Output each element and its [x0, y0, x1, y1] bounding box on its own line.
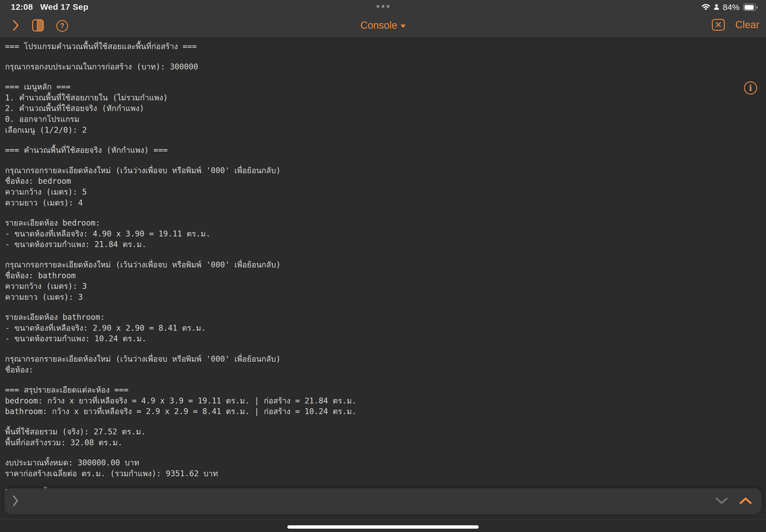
console-line	[5, 303, 741, 312]
clear-button[interactable]: Clear	[735, 19, 759, 31]
split-view-icon	[32, 19, 44, 33]
split-view-button[interactable]	[32, 19, 44, 33]
console-line	[5, 375, 741, 385]
close-icon: ✕	[715, 20, 722, 29]
console-line: 2. คำนวณพื้นที่ใช้สอยจริง (หักกำแพง)	[5, 103, 741, 114]
console-line: - ขนาดห้องรวมกำแพง: 21.84 ตร.ม.	[5, 239, 741, 250]
console-line	[5, 344, 741, 354]
console-input[interactable]	[19, 488, 715, 514]
console-line: ชื่อห้อง: bathroom	[5, 270, 741, 281]
console-line: 1. คำนวณพื้นที่ใช้สอยภายใน (ไม่รวมกำแพง)	[5, 93, 741, 103]
help-icon: ?	[56, 20, 68, 32]
battery-icon	[743, 4, 758, 11]
console-line	[5, 136, 741, 145]
console-line: กรุณากรอกรายละเอียดห้องใหม่ (เว้นว่างเพื…	[5, 260, 741, 270]
console-line: bathroom: กว้าง x ยาวที่เหลือจริง = 2.9 …	[5, 406, 741, 417]
status-bar-left: 12:08 Wed 17 Sep	[11, 2, 88, 12]
divider	[0, 519, 766, 520]
console-line: กรุณากรอกรายละเอียดห้องใหม่ (เว้นว่างเพื…	[5, 354, 741, 365]
page-title: Console	[360, 20, 397, 31]
help-button[interactable]: ?	[56, 20, 68, 32]
console-line: งบประมาณทั้งหมด: 300000.00 บาท	[5, 458, 741, 468]
console-line: รายละเอียดห้อง bedroom:	[5, 218, 741, 229]
date: Wed 17 Sep	[40, 2, 88, 12]
chevron-right-icon	[12, 19, 20, 33]
console-line: กรุณากรอกงบประมาณในการก่อสร้าง (บาท): 30…	[5, 62, 741, 72]
console-line: ความกว้าง (เมตร): 5	[5, 187, 741, 198]
console-line	[5, 52, 741, 62]
console-line	[5, 250, 741, 260]
chevron-up-icon	[739, 497, 752, 506]
toolbar-right: ✕ Clear	[712, 19, 759, 31]
console-line: === คำนวณพื้นที่ใช้สอยจริง (หักกำแพง) ==…	[5, 145, 741, 156]
status-bar-right: 84%	[702, 2, 758, 13]
console-line: ชื่อห้อง: bedroom	[5, 176, 741, 187]
info-button[interactable]: i	[744, 81, 757, 95]
console-line	[5, 208, 741, 218]
console-line: พื้นที่ก่อสร้างรวม: 32.08 ตร.ม.	[5, 437, 741, 448]
battery-percent: 84%	[723, 3, 740, 12]
app-screen: 12:08 Wed 17 Sep 84%	[0, 0, 766, 532]
submit-button[interactable]	[739, 497, 752, 506]
console-line: เลือกเมนู (1/2/0): 2	[5, 125, 741, 136]
console-line: ความกว้าง (เมตร): 3	[5, 281, 741, 292]
wifi-icon	[702, 3, 710, 12]
dismiss-keyboard-button[interactable]	[715, 497, 728, 506]
caret-down-icon	[401, 25, 406, 28]
console-line: พื้นที่ใช้สอยรวม (จริง): 27.52 ตร.ม.	[5, 427, 741, 437]
user-icon	[714, 3, 719, 12]
expand-panel-button[interactable]	[12, 19, 20, 33]
console-line: === สรุปรายละเอียดแต่ละห้อง ===	[5, 385, 741, 396]
home-indicator[interactable]	[287, 525, 479, 529]
console-line: ความยาว (เมตร): 3	[5, 292, 741, 303]
console-line: - ขนาดห้องที่เหลือจริง: 2.90 x 2.90 = 8.…	[5, 323, 741, 334]
console-line: - ขนาดห้องที่เหลือจริง: 4.90 x 3.90 = 19…	[5, 229, 741, 240]
console-line: 0. ออกจากโปรแกรม	[5, 114, 741, 125]
console-line: === เมนูหลัก ===	[5, 82, 741, 93]
console-line: - ขนาดห้องรวมกำแพง: 10.24 ตร.ม.	[5, 333, 741, 344]
console-line: ราคาก่อสร้างเฉลี่ยต่อ ตร.ม. (รวมกำแพง): …	[5, 468, 741, 479]
console-line: ชื่อห้อง:	[5, 365, 741, 376]
console-line: === โปรแกรมคำนวณพื้นที่ใช้สอยและพื้นที่ก…	[5, 41, 741, 52]
console-line: กรุณากรอกรายละเอียดห้องใหม่ (เว้นว่างเพื…	[5, 165, 741, 176]
toolbar-left: ?	[12, 19, 68, 33]
console-line	[5, 417, 741, 427]
prompt-chevron-icon	[12, 494, 19, 509]
chevron-down-icon	[715, 497, 728, 506]
console-area[interactable]: === โปรแกรมคำนวณพื้นที่ใช้สอยและพื้นที่ก…	[0, 38, 766, 532]
console-line	[5, 448, 741, 458]
console-title-menu[interactable]: Console	[360, 20, 406, 31]
console-line	[5, 72, 741, 82]
close-button[interactable]: ✕	[712, 19, 725, 31]
top-chrome: 12:08 Wed 17 Sep 84%	[0, 0, 766, 38]
console-input-bar[interactable]	[4, 488, 762, 514]
console-line: bedroom: กว้าง x ยาวที่เหลือจริง = 4.9 x…	[5, 396, 741, 407]
console-line	[5, 479, 741, 485]
console-line	[5, 156, 741, 165]
multitask-dots-icon[interactable]	[376, 5, 390, 8]
info-icon: i	[749, 83, 752, 93]
console-output: === โปรแกรมคำนวณพื้นที่ใช้สอยและพื้นที่ก…	[5, 41, 741, 496]
console-line: รายละเอียดห้อง bathroom:	[5, 312, 741, 323]
clock: 12:08	[11, 2, 33, 12]
console-line: ความยาว (เมตร): 4	[5, 198, 741, 209]
input-bar-actions	[715, 497, 752, 506]
